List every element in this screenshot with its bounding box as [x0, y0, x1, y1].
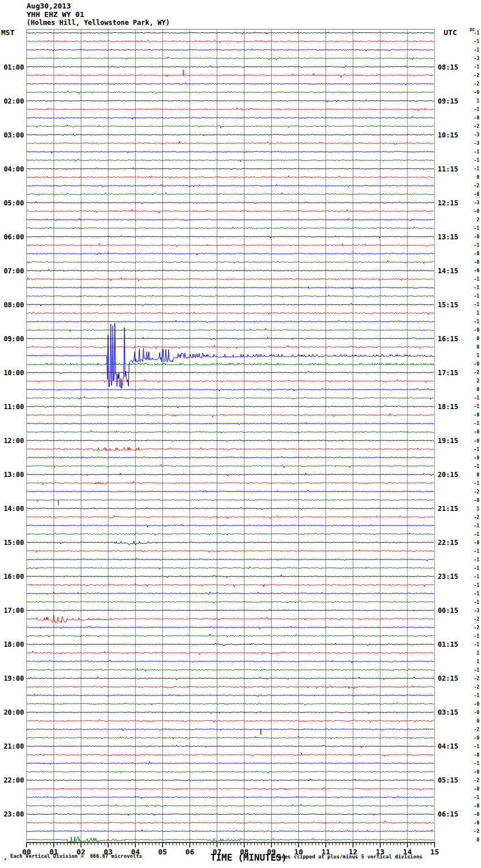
seismo-trace-row-43 [27, 397, 434, 399]
seismo-trace-row-14 [27, 151, 434, 153]
trace-dc-offset: -2 [474, 489, 479, 495]
mst-hour-label: 06:00 [3, 233, 24, 241]
trace-dc-offset: -2 [474, 829, 479, 834]
trace-dc-offset: 2 [476, 379, 479, 384]
trace-dc-offset: -2 [474, 685, 479, 690]
trace-dc-offset: -0 [474, 787, 479, 792]
dc-offset-column-header: DC [470, 27, 475, 32]
seismo-trace-row-21 [27, 209, 434, 213]
trace-dc-offset: -1 [474, 634, 479, 639]
trace-dc-offset: -1 [474, 447, 479, 452]
utc-hour-label: 23:15 [438, 573, 458, 581]
seismo-trace-row-15 [27, 159, 434, 162]
trace-dc-offset: -0 [474, 328, 479, 333]
seismo-trace-row-17 [27, 175, 434, 178]
seismo-trace-row-25 [27, 243, 434, 247]
seismo-trace-row-1 [27, 40, 434, 43]
utc-hour-label: 17:15 [438, 369, 458, 377]
trace-dc-offset: -0 [474, 439, 479, 444]
clip-note: Traces clipped at plus/minus 5 vertical … [272, 854, 423, 860]
trace-dc-offset: 0 [476, 387, 479, 392]
seismo-trace-row-72 [27, 643, 434, 646]
webicorder-page: Aug30,2013 YHH EHZ WY 01 (Holmes Hill, Y… [0, 0, 481, 868]
seismo-trace-row-30 [27, 287, 434, 289]
seismo-trace-row-83 [27, 736, 434, 739]
seismo-trace-row-46 [27, 423, 434, 425]
seismo-trace-row-94 [27, 830, 434, 832]
trace-dc-offset: -1 [474, 319, 479, 324]
trace-dc-offset: 1 [476, 506, 479, 512]
seismo-trace-row-3 [27, 57, 434, 60]
mst-hour-label: 07:00 [3, 267, 24, 275]
mst-hour-label: 11:00 [3, 403, 24, 411]
seismo-trace-row-71 [27, 634, 434, 637]
seismo-trace-row-2 [27, 49, 434, 51]
x-tick-label: 15 [430, 848, 439, 856]
seismo-trace-row-77 [27, 685, 434, 689]
trace-dc-offset: -1 [474, 65, 479, 70]
trace-dc-offset: -0 [474, 209, 479, 214]
seismo-trace-row-22 [27, 218, 434, 221]
seismo-trace-row-7 [27, 91, 434, 94]
trace-dc-offset: -2 [474, 183, 479, 188]
trace-dc-offset: -2 [474, 778, 479, 783]
mst-hour-label: 14:00 [3, 505, 24, 513]
seismo-trace-row-18 [27, 184, 434, 187]
seismo-trace-row-45 [27, 414, 434, 418]
seismo-trace-row-58 [27, 524, 434, 527]
trace-dc-offset: -1 [474, 795, 479, 800]
seismo-trace-row-75 [27, 668, 434, 671]
scale-note: Each Vertical Division = 666.67 microvol… [10, 853, 142, 859]
trace-dc-offset: -0 [474, 429, 479, 435]
seismo-trace-row-49 [27, 448, 434, 451]
seismo-trace-row-41 [27, 380, 434, 383]
utc-hour-label: 16:15 [438, 335, 458, 343]
trace-dc-offset: 0 [476, 837, 479, 843]
trace-dc-offset: -3 [474, 200, 479, 205]
trace-dc-offset: -1 [474, 668, 479, 673]
mst-hour-label: 18:00 [3, 641, 24, 648]
seismo-trace-row-47 [27, 430, 434, 433]
seismo-trace-row-59 [27, 532, 434, 535]
mst-hour-label: 20:00 [3, 708, 24, 716]
trace-dc-offset: -1 [474, 277, 479, 282]
seismo-trace-row-64 [27, 575, 434, 578]
trace-dc-offset: -0 [474, 498, 479, 503]
seismo-trace-row-40 [27, 371, 434, 374]
trace-dc-offset: -0 [474, 770, 479, 775]
utc-hour-label: 01:15 [438, 641, 458, 648]
seismo-trace-row-0 [27, 32, 434, 34]
trace-dc-offset: -2 [474, 625, 479, 630]
mst-hour-label: 19:00 [3, 674, 24, 682]
mst-hour-label: 08:00 [3, 301, 24, 309]
seismo-trace-row-38 [27, 323, 434, 388]
trace-dc-offset: -0 [474, 362, 479, 367]
seismo-trace-row-29 [27, 278, 434, 281]
trace-dc-offset: 0 [476, 472, 479, 478]
utc-hour-label: 11:15 [438, 165, 458, 173]
seismo-trace-row-74 [27, 660, 434, 663]
seismo-trace-row-27 [27, 260, 434, 264]
seismo-trace-row-85 [27, 753, 434, 757]
mst-hour-label: 21:00 [3, 742, 24, 750]
seismo-trace-row-33 [27, 312, 434, 315]
trace-dc-offset: -1 [474, 574, 479, 579]
trace-dc-offset: -1 [474, 294, 479, 299]
seismo-trace-row-26 [27, 252, 434, 255]
utc-hour-label: 12:15 [438, 199, 458, 207]
trace-dc-offset: -0 [474, 260, 479, 265]
mst-hour-label: 03:00 [3, 131, 24, 139]
seismo-trace-row-81 [27, 719, 434, 722]
trace-dc-offset: -1 [474, 39, 479, 44]
seismo-trace-row-66 [27, 592, 434, 595]
seismo-trace-row-65 [27, 583, 434, 587]
trace-dc-offset: -1 [474, 532, 479, 537]
seismo-trace-row-24 [27, 235, 434, 238]
seismo-trace-row-84 [27, 745, 434, 748]
trace-dc-offset: -0 [474, 90, 479, 95]
mst-hour-label: 04:00 [3, 165, 24, 173]
mst-hour-label: 22:00 [3, 776, 24, 784]
seismo-trace-row-20 [27, 201, 434, 204]
utc-hour-label: 13:15 [438, 233, 458, 241]
seismo-trace-row-6 [27, 83, 434, 85]
